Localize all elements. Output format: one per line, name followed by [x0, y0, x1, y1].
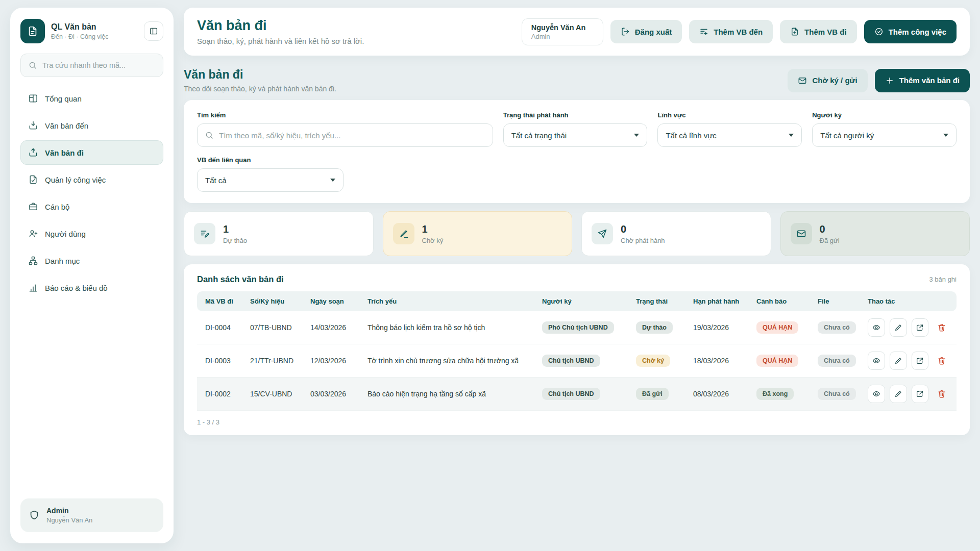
logout-icon [621, 27, 630, 36]
cell-signer: Chủ tịch UBND [536, 378, 630, 411]
warning-badge: Đã xong [756, 388, 794, 400]
view-button[interactable] [868, 352, 885, 370]
view-button[interactable] [868, 385, 885, 403]
cell-signer: Chủ tịch UBND [536, 344, 630, 378]
top-header: Văn bản đi Soạn thảo, ký, phát hành và l… [184, 8, 970, 56]
delete-button[interactable] [933, 385, 950, 403]
draft-icon [194, 223, 215, 244]
status-filter-label: Trạng thái phát hành [503, 111, 648, 119]
sidebar-item-label: Quản lý công việc [45, 176, 106, 184]
header-subtitle: Soạn thảo, ký, phát hành và liên kết hồ … [197, 37, 364, 45]
sidebar-item-chart[interactable]: Báo cáo & biểu đồ [20, 276, 163, 300]
edit-button[interactable] [890, 318, 907, 337]
file-badge: Chưa có [818, 355, 856, 367]
edit-button[interactable] [890, 385, 907, 403]
staff-icon [28, 202, 38, 212]
sidebar-search-input[interactable] [42, 61, 156, 69]
add-incoming-button[interactable]: Thêm VB đến [689, 20, 773, 43]
stat-value: 0 [820, 223, 840, 235]
cell-actions [862, 378, 957, 411]
documents-table: Mã VB điSố/Ký hiệuNgày soạnTrích yếuNgườ… [197, 291, 957, 411]
sidebar-item-label: Báo cáo & biểu đồ [45, 284, 108, 292]
field-filter-label: Lĩnh vực [657, 111, 802, 119]
sidebar-item-staff[interactable]: Cán bộ [20, 194, 163, 219]
field-select-value: Tất cả lĩnh vực [666, 131, 716, 140]
signer-select[interactable]: Tất cả người ký [812, 123, 957, 147]
admin-role: Admin [46, 507, 92, 515]
sidebar-search[interactable] [20, 54, 163, 77]
status-select-value: Tất cả trạng thái [511, 131, 567, 140]
sidebar-item-inbox[interactable]: Văn bản đến [20, 113, 163, 138]
check-circle-icon [874, 27, 884, 36]
sidebar-item-label: Cán bộ [45, 203, 69, 211]
admin-name: Nguyễn Văn An [46, 516, 92, 524]
column-header: Ngày soạn [304, 291, 361, 311]
cell-deadline: 18/03/2026 [687, 344, 750, 378]
cell-summary: Báo cáo hiện trạng hạ tầng số cấp xã [361, 378, 536, 411]
cell-number: 21/TTr-UBND [244, 344, 304, 378]
chart-icon [28, 283, 38, 293]
sidebar: QL Văn bản Đến · Đi · Công việc Tổng qua… [10, 8, 174, 543]
sidebar-collapse-button[interactable] [144, 21, 163, 41]
stat-card-mail: 0Đã gửi [780, 211, 970, 256]
eye-icon [872, 323, 880, 332]
add-outgoing-button[interactable]: Thêm VB đi [780, 20, 857, 43]
edit-button[interactable] [890, 352, 907, 370]
user-role: Admin [531, 33, 594, 40]
pending-sign-button[interactable]: Chờ ký / gửi [788, 69, 867, 92]
sign-icon [393, 223, 414, 244]
cell-summary: Tờ trình xin chủ trương sửa chữa hội trư… [361, 344, 536, 378]
open-button[interactable] [912, 352, 929, 370]
delete-button[interactable] [933, 318, 950, 337]
overview-icon [28, 93, 38, 104]
cell-code: DI-0004 [197, 311, 244, 344]
plus-icon [885, 76, 894, 85]
column-header: Trạng thái [630, 291, 687, 311]
sidebar-item-tasks[interactable]: Quản lý công việc [20, 167, 163, 192]
logout-button[interactable]: Đăng xuất [610, 20, 682, 43]
user-name: Nguyễn Văn An [531, 23, 594, 32]
sidebar-item-category[interactable]: Danh mục [20, 248, 163, 273]
document-plus-icon [790, 27, 799, 36]
related-select[interactable]: Tất cả [197, 168, 344, 192]
sidebar-item-users[interactable]: Người dùng [20, 221, 163, 246]
app-logo [20, 19, 45, 43]
sidebar-item-overview[interactable]: Tổng quan [20, 86, 163, 111]
pencil-icon [894, 390, 902, 398]
cell-deadline: 08/03/2026 [687, 378, 750, 411]
cell-date: 03/03/2026 [304, 378, 361, 411]
users-icon [28, 229, 38, 239]
field-select[interactable]: Tất cả lĩnh vực [657, 123, 802, 147]
add-task-button[interactable]: Thêm công việc [864, 20, 957, 43]
table-row: DI-000215/CV-UBND03/03/2026Báo cáo hiện … [197, 378, 957, 411]
filter-search[interactable] [197, 123, 493, 147]
stat-label: Dự thảo [223, 237, 247, 244]
cell-file: Chưa có [812, 344, 862, 378]
add-document-button[interactable]: Thêm văn bản đi [875, 69, 970, 92]
open-button[interactable] [912, 385, 929, 403]
view-button[interactable] [868, 318, 885, 337]
add-incoming-label: Thêm VB đến [714, 28, 763, 36]
column-header: Hạn phát hành [687, 291, 750, 311]
status-select[interactable]: Tất cả trạng thái [503, 123, 648, 147]
stat-label: Chờ phát hành [621, 237, 665, 244]
stat-value: 1 [223, 223, 247, 235]
cell-code: DI-0002 [197, 378, 244, 411]
related-filter-label: VB đến liên quan [197, 156, 344, 164]
table-row: DI-000407/TB-UBND14/03/2026Thông báo lịc… [197, 311, 957, 344]
cell-warning: QUÁ HẠN [750, 344, 812, 378]
eye-icon [872, 357, 880, 365]
filter-search-input[interactable] [219, 131, 485, 140]
sidebar-item-label: Văn bản đến [45, 121, 88, 130]
sidebar-item-outbox[interactable]: Văn bản đi [20, 140, 163, 165]
search-filter-label: Tìm kiếm [197, 111, 493, 119]
related-select-value: Tất cả [205, 176, 227, 185]
logout-label: Đăng xuất [635, 28, 672, 36]
warning-badge: QUÁ HẠN [756, 355, 798, 367]
eye-icon [872, 390, 880, 398]
open-button[interactable] [912, 318, 929, 337]
record-count: 3 bản ghi [929, 276, 957, 283]
sidebar-nav: Tổng quanVăn bản đếnVăn bản điQuản lý cô… [20, 86, 163, 300]
delete-button[interactable] [933, 352, 950, 370]
column-header: Người ký [536, 291, 630, 311]
